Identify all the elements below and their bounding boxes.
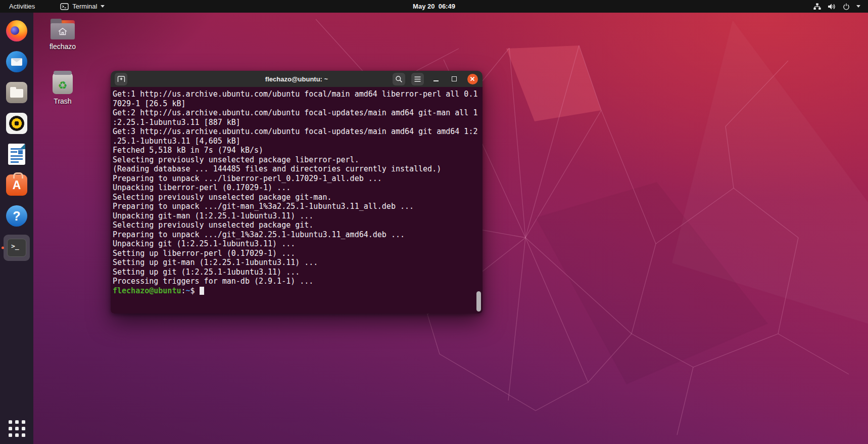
dock-item-libreoffice-writer[interactable] <box>4 142 30 166</box>
new-tab-icon <box>117 75 125 82</box>
prompt-user-host: flechazo@ubuntu <box>113 286 181 295</box>
terminal-content[interactable]: Get:1 http://us.archive.ubuntu.com/ubunt… <box>111 87 483 314</box>
terminal-line: .25.1-1ubuntu3.11 [4,605 kB] <box>113 137 480 146</box>
rhythmbox-icon <box>6 113 27 134</box>
search-button[interactable] <box>393 73 405 85</box>
firefox-icon <box>6 20 27 41</box>
new-tab-button[interactable] <box>115 73 127 85</box>
terminal-line: Preparing to unpack .../git_1%3a2.25.1-1… <box>113 230 480 240</box>
maximize-button[interactable] <box>448 73 460 85</box>
terminal-line: Selecting previously unselected package … <box>113 193 480 202</box>
show-applications-button[interactable] <box>9 420 25 437</box>
recycle-glyph: ♻ <box>58 80 68 91</box>
prompt-separator: : <box>181 286 185 295</box>
terminal-output: Get:1 http://us.archive.ubuntu.com/ubunt… <box>113 90 480 286</box>
network-wired-icon <box>813 3 821 10</box>
window-title: flechazo@ubuntu: ~ <box>265 75 328 83</box>
prompt-path: ~ <box>186 286 190 295</box>
prompt-symbol: $ <box>190 286 195 295</box>
terminal-window: flechazo@ubuntu: ~ Get:1 ht <box>111 71 483 314</box>
activities-button[interactable]: Activities <box>0 0 44 13</box>
terminal-line: Unpacking git (1:2.25.1-1ubuntu3.11) ... <box>113 239 480 249</box>
dock-item-ubuntu-software[interactable]: A <box>4 173 30 197</box>
desktop-icon-label: Trash <box>46 97 79 105</box>
terminal-titlebar[interactable]: flechazo@ubuntu: ~ <box>111 71 483 87</box>
search-icon <box>395 75 403 83</box>
terminal-line: Unpacking git-man (1:2.25.1-1ubuntu3.11)… <box>113 211 480 221</box>
top-bar: Activities Terminal May 20 06:49 <box>0 0 868 13</box>
chevron-down-icon <box>101 5 105 8</box>
terminal-line: Preparing to unpack .../liberror-perl_0.… <box>113 174 480 184</box>
dock-item-firefox[interactable] <box>4 19 30 43</box>
system-tray[interactable] <box>813 0 868 13</box>
dock-item-thunderbird[interactable] <box>4 50 30 74</box>
dock-item-help[interactable]: ? <box>4 204 30 228</box>
terminal-line: Unpacking liberror-perl (0.17029-1) ... <box>113 183 480 193</box>
terminal-line: Get:2 http://us.archive.ubuntu.com/ubunt… <box>113 108 480 118</box>
terminal-line: 7029-1 [26.5 kB] <box>113 99 480 109</box>
terminal-line: :2.25.1-1ubuntu3.11 [887 kB] <box>113 118 480 127</box>
terminal-app-icon <box>60 3 69 10</box>
terminal-line: Preparing to unpack .../git-man_1%3a2.25… <box>113 202 480 211</box>
desktop-icon-flechazo[interactable]: flechazo <box>46 18 79 51</box>
desktop-icon-label: flechazo <box>46 42 79 51</box>
terminal-line: Setting up git-man (1:2.25.1-1ubuntu3.11… <box>113 258 480 268</box>
libreoffice-writer-icon <box>8 144 25 165</box>
files-icon <box>6 82 27 103</box>
home-folder-icon <box>50 18 76 40</box>
menu-button[interactable] <box>411 73 424 85</box>
thunderbird-icon <box>6 51 27 72</box>
dock: A ? >_ <box>0 13 33 444</box>
power-icon <box>843 3 850 10</box>
terminal-line: (Reading database ... 144485 files and d… <box>113 164 480 174</box>
dock-item-files[interactable] <box>4 80 30 105</box>
terminal-scrollbar-thumb[interactable] <box>476 291 481 312</box>
app-menu-button[interactable]: Terminal <box>55 0 110 13</box>
terminal-icon: >_ <box>7 239 26 257</box>
trash-icon: ♻ <box>52 71 74 95</box>
volume-icon <box>828 3 836 10</box>
terminal-line: Selecting previously unselected package … <box>113 220 480 230</box>
terminal-line: Setting up liberror-perl (0.17029-1) ... <box>113 249 480 258</box>
app-menu-label: Terminal <box>72 3 97 10</box>
terminal-cursor <box>200 287 204 295</box>
terminal-line: Setting up git (1:2.25.1-1ubuntu3.11) ..… <box>113 268 480 277</box>
ubuntu-software-icon: A <box>6 174 27 196</box>
terminal-line: Get:1 http://us.archive.ubuntu.com/ubunt… <box>113 90 480 99</box>
help-icon: ? <box>6 205 27 227</box>
terminal-line: Fetched 5,518 kB in 7s (794 kB/s) <box>113 146 480 155</box>
chevron-down-icon <box>856 5 860 8</box>
minimize-button[interactable] <box>430 73 442 85</box>
clock[interactable]: May 20 06:49 <box>413 3 455 10</box>
hamburger-icon <box>414 76 421 82</box>
minimize-icon <box>433 80 439 81</box>
close-icon <box>467 74 478 84</box>
dock-item-terminal[interactable]: >_ <box>4 235 30 261</box>
dock-item-rhythmbox[interactable] <box>4 111 30 136</box>
terminal-line: Selecting previously unselected package … <box>113 155 480 165</box>
house-glyph <box>57 27 68 36</box>
terminal-prompt: flechazo@ubuntu:~$ <box>113 286 480 296</box>
maximize-icon <box>452 76 457 81</box>
close-button[interactable] <box>466 73 478 85</box>
terminal-line: Processing triggers for man-db (2.9.1-1)… <box>113 277 480 286</box>
terminal-line: Get:3 http://us.archive.ubuntu.com/ubunt… <box>113 127 480 137</box>
desktop-icon-trash[interactable]: ♻ Trash <box>46 71 79 105</box>
